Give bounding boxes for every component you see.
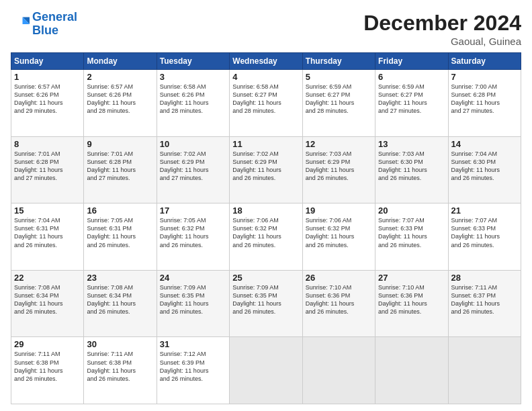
- calendar-cell: 4Sunrise: 6:58 AMSunset: 6:27 PMDaylight…: [230, 70, 302, 137]
- calendar-week-3: 15Sunrise: 7:04 AMSunset: 6:31 PMDayligh…: [11, 203, 521, 271]
- day-number: 24: [160, 273, 226, 283]
- day-number: 19: [306, 205, 372, 216]
- day-number: 28: [451, 273, 518, 283]
- day-number: 5: [306, 72, 372, 82]
- day-number: 22: [14, 273, 81, 283]
- calendar-cell: 5Sunrise: 6:59 AMSunset: 6:27 PMDaylight…: [302, 70, 375, 137]
- day-info: Sunrise: 6:57 AMSunset: 6:26 PMDaylight:…: [87, 83, 153, 116]
- calendar-cell: 20Sunrise: 7:07 AMSunset: 6:33 PMDayligh…: [375, 203, 448, 271]
- calendar-cell: 1Sunrise: 6:57 AMSunset: 6:26 PMDaylight…: [11, 70, 84, 137]
- day-info: Sunrise: 7:01 AMSunset: 6:28 PMDaylight:…: [87, 150, 153, 183]
- day-info: Sunrise: 7:01 AMSunset: 6:28 PMDaylight:…: [14, 150, 81, 183]
- calendar-cell: 12Sunrise: 7:03 AMSunset: 6:29 PMDayligh…: [302, 136, 375, 203]
- logo-general: General: [32, 10, 77, 24]
- day-number: 26: [306, 273, 372, 283]
- calendar-week-5: 29Sunrise: 7:11 AMSunset: 6:38 PMDayligh…: [11, 337, 521, 404]
- calendar-cell: 24Sunrise: 7:09 AMSunset: 6:35 PMDayligh…: [157, 270, 229, 337]
- day-number: 29: [14, 339, 81, 349]
- day-info: Sunrise: 7:11 AMSunset: 6:38 PMDaylight:…: [87, 350, 153, 383]
- calendar-cell: 21Sunrise: 7:07 AMSunset: 6:33 PMDayligh…: [448, 203, 521, 271]
- day-info: Sunrise: 7:12 AMSunset: 6:39 PMDaylight:…: [160, 350, 226, 383]
- calendar-cell: 14Sunrise: 7:04 AMSunset: 6:30 PMDayligh…: [448, 136, 521, 203]
- day-info: Sunrise: 7:04 AMSunset: 6:31 PMDaylight:…: [14, 216, 81, 249]
- calendar-header-row: Sunday Monday Tuesday Wednesday Thursday…: [11, 53, 521, 70]
- day-number: 25: [232, 273, 299, 283]
- day-info: Sunrise: 6:59 AMSunset: 6:27 PMDaylight:…: [378, 83, 445, 116]
- day-number: 9: [87, 139, 153, 149]
- day-number: 14: [451, 139, 518, 149]
- col-thursday: Thursday: [302, 53, 375, 70]
- day-info: Sunrise: 7:00 AMSunset: 6:28 PMDaylight:…: [451, 83, 518, 116]
- day-info: Sunrise: 7:07 AMSunset: 6:33 PMDaylight:…: [451, 216, 518, 249]
- day-number: 3: [160, 72, 226, 82]
- day-number: 20: [378, 205, 445, 216]
- day-info: Sunrise: 7:05 AMSunset: 6:31 PMDaylight:…: [87, 216, 153, 249]
- calendar-cell: 31Sunrise: 7:12 AMSunset: 6:39 PMDayligh…: [157, 337, 229, 404]
- calendar-cell: 28Sunrise: 7:11 AMSunset: 6:37 PMDayligh…: [448, 270, 521, 337]
- calendar-subtitle: Gaoual, Guinea: [363, 36, 521, 47]
- col-sunday: Sunday: [11, 53, 84, 70]
- day-number: 16: [87, 205, 153, 216]
- calendar-cell: 13Sunrise: 7:03 AMSunset: 6:30 PMDayligh…: [375, 136, 448, 203]
- calendar-cell: 22Sunrise: 7:08 AMSunset: 6:34 PMDayligh…: [11, 270, 84, 337]
- day-number: 6: [378, 72, 445, 82]
- day-info: Sunrise: 6:58 AMSunset: 6:27 PMDaylight:…: [232, 83, 299, 116]
- day-number: 10: [160, 139, 226, 149]
- calendar-cell: 30Sunrise: 7:11 AMSunset: 6:38 PMDayligh…: [84, 337, 157, 404]
- day-info: Sunrise: 7:03 AMSunset: 6:29 PMDaylight:…: [306, 150, 372, 183]
- day-info: Sunrise: 7:05 AMSunset: 6:32 PMDaylight:…: [160, 216, 226, 249]
- day-number: 15: [14, 205, 81, 216]
- calendar-cell: 2Sunrise: 6:57 AMSunset: 6:26 PMDaylight…: [84, 70, 157, 137]
- calendar-cell: 6Sunrise: 6:59 AMSunset: 6:27 PMDaylight…: [375, 70, 448, 137]
- day-info: Sunrise: 7:11 AMSunset: 6:37 PMDaylight:…: [451, 283, 518, 316]
- day-number: 11: [232, 139, 299, 149]
- calendar-cell: 15Sunrise: 7:04 AMSunset: 6:31 PMDayligh…: [11, 203, 84, 271]
- col-monday: Monday: [84, 53, 157, 70]
- calendar-title: December 2024: [363, 11, 521, 36]
- calendar-cell: 23Sunrise: 7:08 AMSunset: 6:34 PMDayligh…: [84, 270, 157, 337]
- logo-text: General Blue: [32, 11, 77, 38]
- day-info: Sunrise: 7:04 AMSunset: 6:30 PMDaylight:…: [451, 150, 518, 183]
- day-info: Sunrise: 6:59 AMSunset: 6:27 PMDaylight:…: [306, 83, 372, 116]
- calendar-week-4: 22Sunrise: 7:08 AMSunset: 6:34 PMDayligh…: [11, 270, 521, 337]
- title-block: December 2024 Gaoual, Guinea: [363, 11, 521, 47]
- day-number: 27: [378, 273, 445, 283]
- col-wednesday: Wednesday: [230, 53, 302, 70]
- calendar-week-2: 8Sunrise: 7:01 AMSunset: 6:28 PMDaylight…: [11, 136, 521, 203]
- day-number: 7: [451, 72, 518, 82]
- day-number: 1: [14, 72, 81, 82]
- day-number: 17: [160, 205, 226, 216]
- day-info: Sunrise: 7:02 AMSunset: 6:29 PMDaylight:…: [160, 150, 226, 183]
- logo-blue: Blue: [32, 24, 77, 38]
- day-info: Sunrise: 6:57 AMSunset: 6:26 PMDaylight:…: [14, 83, 81, 116]
- calendar-cell: [448, 337, 521, 404]
- calendar-cell: 11Sunrise: 7:02 AMSunset: 6:29 PMDayligh…: [230, 136, 302, 203]
- day-info: Sunrise: 7:11 AMSunset: 6:38 PMDaylight:…: [14, 350, 81, 383]
- day-info: Sunrise: 7:09 AMSunset: 6:35 PMDaylight:…: [232, 283, 299, 316]
- calendar-week-1: 1Sunrise: 6:57 AMSunset: 6:26 PMDaylight…: [11, 70, 521, 137]
- calendar-cell: 29Sunrise: 7:11 AMSunset: 6:38 PMDayligh…: [11, 337, 84, 404]
- day-number: 4: [232, 72, 299, 82]
- calendar-cell: [302, 337, 375, 404]
- day-info: Sunrise: 7:08 AMSunset: 6:34 PMDaylight:…: [14, 283, 81, 316]
- day-info: Sunrise: 7:02 AMSunset: 6:29 PMDaylight:…: [232, 150, 299, 183]
- header: General Blue December 2024 Gaoual, Guine…: [11, 11, 521, 47]
- day-info: Sunrise: 7:08 AMSunset: 6:34 PMDaylight:…: [87, 283, 153, 316]
- calendar-cell: 3Sunrise: 6:58 AMSunset: 6:26 PMDaylight…: [157, 70, 229, 137]
- day-info: Sunrise: 7:10 AMSunset: 6:36 PMDaylight:…: [306, 283, 372, 316]
- day-number: 12: [306, 139, 372, 149]
- logo-icon: [11, 15, 30, 34]
- day-info: Sunrise: 7:06 AMSunset: 6:32 PMDaylight:…: [232, 216, 299, 249]
- day-number: 2: [87, 72, 153, 82]
- calendar-cell: 26Sunrise: 7:10 AMSunset: 6:36 PMDayligh…: [302, 270, 375, 337]
- day-info: Sunrise: 7:07 AMSunset: 6:33 PMDaylight:…: [378, 216, 445, 249]
- calendar-cell: 16Sunrise: 7:05 AMSunset: 6:31 PMDayligh…: [84, 203, 157, 271]
- calendar-cell: 17Sunrise: 7:05 AMSunset: 6:32 PMDayligh…: [157, 203, 229, 271]
- col-friday: Friday: [375, 53, 448, 70]
- day-info: Sunrise: 7:06 AMSunset: 6:32 PMDaylight:…: [306, 216, 372, 249]
- logo: General Blue: [11, 11, 77, 38]
- calendar-cell: 7Sunrise: 7:00 AMSunset: 6:28 PMDaylight…: [448, 70, 521, 137]
- page: General Blue December 2024 Gaoual, Guine…: [0, 0, 532, 411]
- day-info: Sunrise: 7:09 AMSunset: 6:35 PMDaylight:…: [160, 283, 226, 316]
- calendar-cell: 27Sunrise: 7:10 AMSunset: 6:36 PMDayligh…: [375, 270, 448, 337]
